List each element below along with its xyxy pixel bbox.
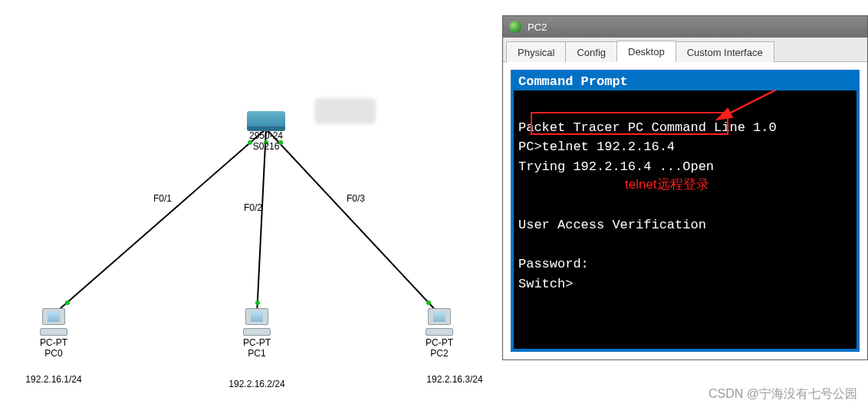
tab-custom-interface[interactable]: Custom Interface <box>676 41 774 62</box>
cmd-line: Password: <box>518 257 589 271</box>
pc0-type-label: PC-PT <box>40 337 67 348</box>
watermark: CSDN @宁海没有七号公园 <box>709 386 857 402</box>
network-topology-canvas[interactable]: 2950-24 S0216 F0/1 F0/2 F0/3 PC-PT PC0 1… <box>0 0 502 407</box>
svg-line-1 <box>257 129 266 314</box>
tab-physical[interactable]: Physical <box>506 41 566 62</box>
command-prompt-panel: Command Prompt Packet Tracer PC Command … <box>511 70 860 352</box>
cmd-line: User Access Verification <box>518 218 706 232</box>
pc1-name-label: PC1 <box>248 348 265 359</box>
command-prompt-terminal[interactable]: Packet Tracer PC Command Line 1.0 PC>tel… <box>514 90 856 349</box>
app-icon <box>509 21 521 33</box>
pc0-ip-label: 192.2.16.1/24 <box>25 374 81 385</box>
link-label-f03: F0/3 <box>347 193 365 204</box>
window-titlebar[interactable]: PC2 <box>503 16 867 38</box>
link-status-dot <box>426 300 431 305</box>
pc2-device[interactable] <box>426 308 453 336</box>
svg-line-2 <box>266 129 439 314</box>
link-label-f02: F0/2 <box>244 202 262 213</box>
annotation-text: telnet远程登录 <box>625 175 709 195</box>
tab-strip: Physical Config Desktop Custom Interface <box>503 38 867 62</box>
cmd-line: PC>telnet 192.2.16.4 <box>518 139 675 154</box>
cmd-line: Switch> <box>518 277 573 291</box>
svg-line-3 <box>717 90 797 120</box>
pc0-name-label: PC0 <box>44 348 62 359</box>
pc0-device[interactable] <box>40 308 67 336</box>
tab-config[interactable]: Config <box>565 41 617 62</box>
annotation-highlight-box <box>531 112 728 135</box>
blurred-region <box>314 98 376 124</box>
pc2-name-label: PC2 <box>430 348 448 359</box>
switch-model-label: 2950-24 <box>249 130 283 141</box>
switch-hostname-label: S0216 <box>253 141 280 152</box>
cmd-line: Trying 192.2.16.4 ...Open <box>518 159 714 174</box>
link-status-dot <box>65 300 70 305</box>
pc2-window: PC2 Physical Config Desktop Custom Inter… <box>502 15 868 360</box>
svg-line-0 <box>54 129 266 314</box>
switch-device[interactable] <box>247 111 285 126</box>
tab-desktop[interactable]: Desktop <box>616 41 676 62</box>
link-label-f01: F0/1 <box>153 193 172 204</box>
command-prompt-title: Command Prompt <box>514 73 856 90</box>
pc1-ip-label: 192.2.16.2/24 <box>229 379 284 389</box>
pc2-ip-label: 192.2.16.3/24 <box>426 374 482 385</box>
window-title: PC2 <box>528 21 547 33</box>
pc2-type-label: PC-PT <box>426 337 453 348</box>
pc1-device[interactable] <box>243 308 271 336</box>
pc1-type-label: PC-PT <box>243 337 271 348</box>
link-status-dot <box>255 300 260 305</box>
tab-body: Command Prompt Packet Tracer PC Command … <box>503 62 867 359</box>
